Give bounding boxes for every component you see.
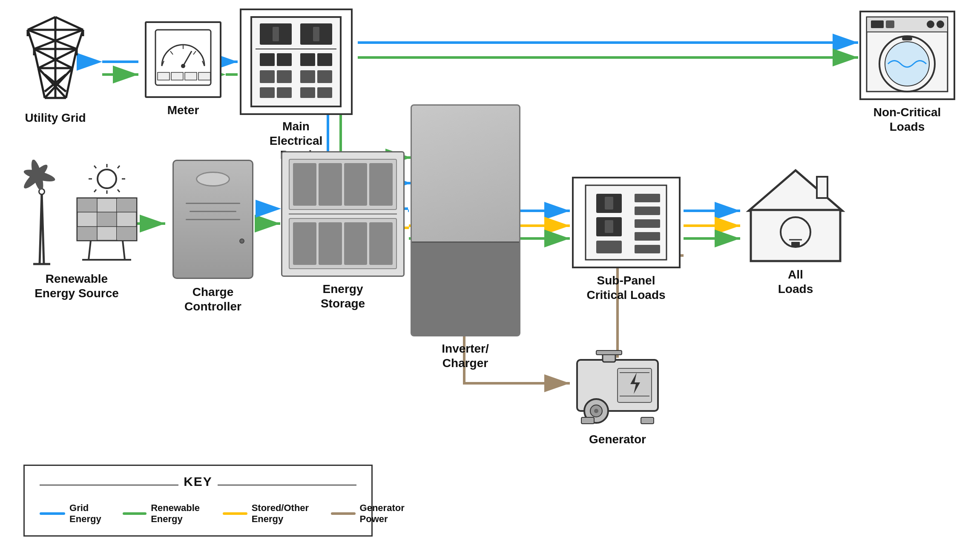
- sub-panel-component: Sub-PanelCritical Loads: [569, 177, 684, 302]
- svg-line-34: [55, 17, 83, 30]
- svg-line-123: [123, 241, 125, 260]
- svg-line-108: [94, 166, 96, 168]
- sub-panel-icon: [572, 177, 681, 268]
- renewable-source-component: RenewableEnergy Source: [11, 158, 143, 300]
- svg-rect-132: [635, 207, 660, 215]
- svg-rect-74: [260, 53, 275, 66]
- svg-rect-137: [817, 177, 827, 198]
- svg-line-60: [170, 51, 173, 55]
- charge-controller-icon: [172, 160, 253, 279]
- svg-rect-78: [260, 70, 275, 83]
- svg-point-93: [885, 42, 929, 86]
- svg-rect-135: [635, 245, 660, 253]
- svg-point-148: [594, 409, 598, 413]
- key-item-stored: Stored/Other Energy: [223, 503, 318, 525]
- svg-rect-130: [605, 220, 613, 233]
- svg-rect-149: [618, 368, 652, 402]
- svg-rect-81: [317, 70, 332, 83]
- key-box: KEY Grid Energy Renewable Energy Stored/…: [23, 465, 373, 537]
- utility-grid-icon: [15, 9, 96, 106]
- svg-rect-94: [902, 37, 912, 40]
- svg-point-91: [937, 20, 944, 28]
- svg-line-96: [42, 194, 44, 264]
- svg-rect-66: [185, 72, 197, 80]
- key-label-renewable: Renewable Energy: [151, 503, 210, 525]
- meter-icon: [145, 21, 221, 98]
- svg-rect-88: [871, 20, 884, 28]
- svg-line-110: [94, 190, 96, 192]
- generator-label: Generator: [589, 432, 646, 447]
- svg-rect-118: [98, 213, 116, 226]
- key-title-line: KEY: [40, 474, 356, 496]
- key-line-grid: [40, 512, 65, 515]
- key-label-generator: Generator Power: [360, 503, 414, 525]
- energy-storage-icon: [281, 151, 405, 277]
- charge-controller-component: ChargeController: [164, 160, 262, 313]
- non-critical-label: Non-CriticalLoads: [873, 105, 941, 134]
- svg-rect-64: [158, 72, 169, 80]
- key-line-stored: [223, 512, 247, 515]
- svg-line-38: [28, 30, 77, 49]
- svg-rect-153: [581, 417, 594, 424]
- svg-rect-120: [78, 227, 97, 240]
- svg-rect-82: [260, 87, 275, 98]
- diagram-container: Main Panel --> Meter (left) --> Non-Crit…: [0, 0, 971, 560]
- svg-rect-72: [313, 27, 319, 41]
- key-line-renewable: [123, 512, 147, 515]
- svg-line-62: [183, 51, 192, 66]
- utility-grid-label: Utility Grid: [25, 111, 86, 125]
- all-loads-label: AllLoads: [778, 267, 813, 296]
- energy-storage-component: EnergyStorage: [279, 151, 407, 310]
- generator-component: Generator: [566, 349, 669, 447]
- main-panel-component: MainElectricalPanel: [236, 9, 356, 162]
- inverter-label: Inverter/Charger: [442, 342, 489, 370]
- main-panel-icon: [240, 9, 353, 115]
- svg-line-61: [193, 51, 196, 55]
- svg-point-103: [98, 169, 116, 188]
- key-item-grid: Grid Energy: [40, 503, 110, 525]
- renewable-source-icon: [13, 158, 141, 268]
- svg-rect-84: [300, 87, 315, 98]
- svg-line-44: [38, 49, 77, 68]
- svg-rect-131: [635, 194, 660, 202]
- svg-rect-75: [277, 53, 292, 66]
- all-loads-icon: [742, 164, 849, 264]
- svg-point-63: [181, 64, 185, 68]
- svg-line-43: [34, 49, 72, 68]
- svg-rect-154: [641, 417, 654, 424]
- renewable-source-label: RenewableEnergy Source: [34, 272, 119, 300]
- svg-rect-119: [118, 198, 136, 212]
- non-critical-icon: [859, 11, 955, 100]
- svg-line-39: [34, 30, 83, 49]
- svg-point-90: [927, 20, 934, 28]
- key-label-grid: Grid Energy: [69, 503, 110, 525]
- svg-rect-121: [118, 227, 136, 240]
- key-item-generator: Generator Power: [331, 503, 414, 525]
- energy-storage-label: EnergyStorage: [321, 282, 365, 310]
- svg-rect-129: [605, 197, 613, 210]
- svg-rect-142: [791, 242, 800, 246]
- svg-rect-85: [317, 87, 332, 98]
- meter-component: Meter: [143, 21, 224, 118]
- svg-rect-79: [277, 70, 292, 83]
- svg-point-102: [40, 190, 44, 194]
- inverter-icon: [411, 104, 520, 336]
- non-critical-loads-component: Non-CriticalLoads: [856, 11, 958, 134]
- key-line-generator: [331, 512, 356, 515]
- sub-panel-label: Sub-PanelCritical Loads: [586, 273, 665, 302]
- utility-grid-component: Utility Grid: [13, 9, 98, 125]
- svg-line-109: [118, 166, 120, 168]
- svg-rect-83: [277, 87, 292, 98]
- meter-label: Meter: [167, 103, 199, 118]
- svg-line-122: [89, 241, 91, 260]
- svg-rect-128: [596, 241, 622, 253]
- svg-line-33: [28, 17, 55, 30]
- svg-rect-145: [596, 350, 622, 355]
- key-items: Grid Energy Renewable Energy Stored/Othe…: [40, 503, 356, 525]
- svg-rect-89: [886, 20, 894, 28]
- svg-rect-133: [635, 219, 660, 228]
- svg-rect-134: [635, 232, 660, 241]
- key-label-stored: Stored/Other Energy: [252, 503, 318, 525]
- all-loads-component: AllLoads: [740, 164, 851, 296]
- key-item-renewable: Renewable Energy: [123, 503, 210, 525]
